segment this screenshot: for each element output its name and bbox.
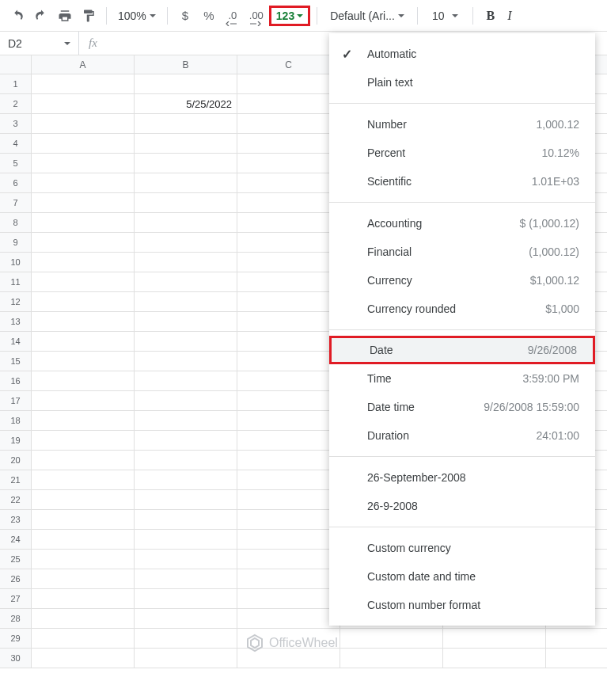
cell[interactable] xyxy=(135,253,237,272)
cell[interactable] xyxy=(237,134,340,154)
cell[interactable] xyxy=(237,569,340,589)
cell[interactable] xyxy=(135,589,237,609)
cell[interactable] xyxy=(135,431,237,451)
cell[interactable] xyxy=(135,173,237,193)
cell[interactable] xyxy=(32,213,135,233)
menu-item[interactable]: Currency rounded$1,000 xyxy=(329,295,595,323)
row-header[interactable]: 19 xyxy=(0,431,32,451)
cell[interactable] xyxy=(340,629,443,649)
menu-item[interactable]: 26-September-2008 xyxy=(329,463,595,492)
row-header[interactable]: 28 xyxy=(0,609,32,629)
cell[interactable] xyxy=(237,352,340,371)
menu-item[interactable]: Custom date and time xyxy=(329,562,595,591)
row-header[interactable]: 10 xyxy=(0,253,32,272)
cell[interactable] xyxy=(32,470,135,490)
cell[interactable] xyxy=(32,550,135,569)
cell[interactable] xyxy=(237,272,340,292)
cell[interactable] xyxy=(32,114,135,134)
cell[interactable] xyxy=(135,272,237,292)
cell[interactable] xyxy=(237,470,340,490)
cell[interactable] xyxy=(32,173,135,193)
cell[interactable] xyxy=(32,629,135,649)
cell[interactable] xyxy=(237,431,340,451)
undo-button[interactable] xyxy=(6,5,28,27)
cell[interactable] xyxy=(135,391,237,411)
row-header[interactable]: 25 xyxy=(0,550,32,569)
cell[interactable] xyxy=(237,530,340,550)
row-header[interactable]: 30 xyxy=(0,649,32,668)
cell[interactable] xyxy=(32,451,135,470)
cell[interactable] xyxy=(237,253,340,272)
cell[interactable] xyxy=(135,292,237,312)
cell[interactable] xyxy=(237,193,340,213)
print-button[interactable] xyxy=(54,5,76,27)
cell[interactable] xyxy=(546,649,607,668)
cell[interactable] xyxy=(237,312,340,332)
row-header[interactable]: 3 xyxy=(0,114,32,134)
cell[interactable] xyxy=(135,550,237,569)
redo-button[interactable] xyxy=(30,5,52,27)
currency-button[interactable]: $ xyxy=(174,5,196,27)
cell[interactable] xyxy=(237,371,340,391)
menu-item[interactable]: Date9/26/2008 xyxy=(329,336,595,364)
cell[interactable] xyxy=(340,649,443,668)
cell[interactable]: 5/25/2022 xyxy=(135,94,237,114)
cell[interactable] xyxy=(32,312,135,332)
cell[interactable] xyxy=(32,609,135,629)
cell[interactable] xyxy=(443,629,546,649)
row-header[interactable]: 12 xyxy=(0,292,32,312)
row-header[interactable]: 29 xyxy=(0,629,32,649)
cell[interactable] xyxy=(135,649,237,668)
row-header[interactable]: 11 xyxy=(0,272,32,292)
cell[interactable] xyxy=(237,233,340,253)
row-header[interactable]: 14 xyxy=(0,332,32,352)
cell[interactable] xyxy=(32,649,135,668)
menu-item[interactable]: Custom currency xyxy=(329,534,595,562)
cell[interactable] xyxy=(546,629,607,649)
cell[interactable] xyxy=(32,332,135,352)
cell[interactable] xyxy=(237,213,340,233)
row-header[interactable]: 21 xyxy=(0,470,32,490)
row-header[interactable]: 26 xyxy=(0,569,32,589)
bold-button[interactable]: B xyxy=(480,9,501,23)
cell[interactable] xyxy=(32,490,135,510)
menu-item[interactable]: Accounting$ (1,000.12) xyxy=(329,209,595,238)
font-size-dropdown[interactable]: 10 xyxy=(424,10,467,22)
row-header[interactable]: 22 xyxy=(0,490,32,510)
cell[interactable] xyxy=(135,193,237,213)
row-header[interactable]: 23 xyxy=(0,510,32,530)
row-header[interactable]: 27 xyxy=(0,589,32,609)
row-header[interactable]: 17 xyxy=(0,391,32,411)
cell[interactable] xyxy=(32,292,135,312)
paint-format-button[interactable] xyxy=(78,5,100,27)
italic-button[interactable]: I xyxy=(503,9,516,23)
cell[interactable] xyxy=(135,411,237,431)
cell[interactable] xyxy=(135,510,237,530)
row-header[interactable]: 7 xyxy=(0,193,32,213)
menu-item-automatic[interactable]: ✓Automatic xyxy=(329,40,595,68)
cell[interactable] xyxy=(32,431,135,451)
cell[interactable] xyxy=(32,411,135,431)
row-header[interactable]: 20 xyxy=(0,451,32,470)
cell[interactable] xyxy=(237,94,340,114)
menu-item[interactable]: Time3:59:00 PM xyxy=(329,364,595,393)
cell[interactable] xyxy=(237,629,340,649)
cell[interactable] xyxy=(237,74,340,94)
row-header[interactable]: 18 xyxy=(0,411,32,431)
cell[interactable] xyxy=(135,490,237,510)
cell[interactable] xyxy=(32,391,135,411)
cell[interactable] xyxy=(135,530,237,550)
cell[interactable] xyxy=(32,589,135,609)
select-all-corner[interactable] xyxy=(0,55,32,74)
column-header[interactable]: C xyxy=(237,55,340,74)
increase-decimal-button[interactable]: .00 xyxy=(245,5,267,27)
cell[interactable] xyxy=(135,470,237,490)
cell[interactable] xyxy=(237,550,340,569)
menu-item[interactable]: Financial(1,000.12) xyxy=(329,238,595,266)
cell[interactable] xyxy=(237,332,340,352)
cell[interactable] xyxy=(32,233,135,253)
row-header[interactable]: 8 xyxy=(0,213,32,233)
cell[interactable] xyxy=(135,154,237,173)
cell[interactable] xyxy=(32,510,135,530)
cell[interactable] xyxy=(135,609,237,629)
